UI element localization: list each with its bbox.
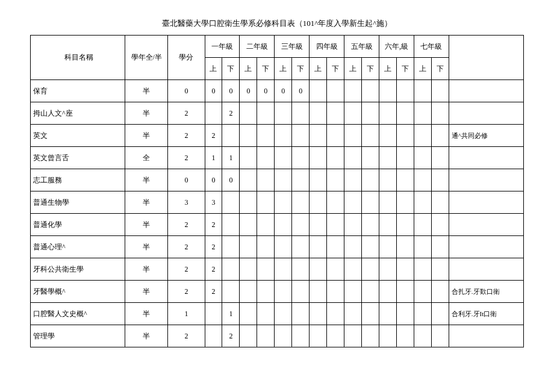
cell-grade	[431, 125, 449, 147]
cell-grade	[431, 258, 449, 281]
cell-credit: 2	[168, 236, 205, 258]
cell-grade	[397, 125, 414, 147]
cell-grade	[431, 325, 449, 347]
cell-grade	[222, 214, 240, 236]
cell-fullhalf: 半	[125, 303, 168, 325]
cell-grade	[275, 303, 292, 325]
cell-grade	[275, 147, 292, 169]
cell-grade	[257, 125, 275, 147]
cell-grade	[379, 236, 397, 258]
cell-grade	[327, 281, 344, 303]
cell-grade	[310, 281, 327, 303]
cell-grade	[222, 258, 240, 281]
cell-grade	[275, 236, 292, 258]
cell-grade	[240, 281, 257, 303]
th-year2: 二年級	[240, 36, 275, 58]
cell-grade	[240, 125, 257, 147]
table-row: 牙醫學概^半22合扎牙.牙歎口衛	[31, 281, 524, 303]
cell-grade	[344, 236, 362, 258]
cell-credit: 3	[168, 191, 205, 214]
cell-fullhalf: 半	[125, 102, 168, 125]
cell-grade	[275, 125, 292, 147]
cell-grade	[397, 236, 414, 258]
cell-grade	[292, 236, 310, 258]
cell-grade	[414, 236, 431, 258]
cell-grade	[431, 80, 449, 102]
cell-grade	[327, 325, 344, 347]
cell-grade	[379, 125, 397, 147]
cell-grade	[310, 80, 327, 102]
cell-fullhalf: 半	[125, 125, 168, 147]
table-row: 管理學半22	[31, 325, 524, 347]
cell-grade	[397, 191, 414, 214]
cell-fullhalf: 半	[125, 80, 168, 102]
th-down: 下	[222, 58, 240, 80]
cell-subject: 志工服務	[31, 169, 125, 191]
cell-grade	[379, 169, 397, 191]
cell-subject: 牙科公共衛生學	[31, 258, 125, 281]
table-row: 拇山人文^座半22	[31, 102, 524, 125]
th-up: 上	[205, 58, 222, 80]
cell-grade	[222, 125, 240, 147]
cell-grade	[292, 169, 310, 191]
cell-grade	[327, 258, 344, 281]
cell-note	[449, 236, 523, 258]
table-row: 普通化學半22	[31, 214, 524, 236]
cell-grade: 0	[222, 169, 240, 191]
cell-grade: 2	[205, 258, 222, 281]
cell-grade: 0	[240, 80, 257, 102]
cell-subject: 拇山人文^座	[31, 102, 125, 125]
cell-grade	[379, 325, 397, 347]
cell-note	[449, 147, 523, 169]
cell-grade	[414, 303, 431, 325]
cell-grade	[240, 191, 257, 214]
cell-note	[449, 169, 523, 191]
table-row: 普通生物學半33	[31, 191, 524, 214]
cell-grade	[414, 281, 431, 303]
cell-grade	[240, 147, 257, 169]
cell-grade	[257, 102, 275, 125]
cell-grade: 0	[257, 80, 275, 102]
cell-grade: 2	[222, 102, 240, 125]
cell-grade	[344, 258, 362, 281]
th-down: 下	[397, 58, 414, 80]
cell-grade	[397, 214, 414, 236]
cell-grade: 2	[222, 325, 240, 347]
cell-note: 合利牙.牙It口衛	[449, 303, 523, 325]
cell-fullhalf: 半	[125, 258, 168, 281]
cell-grade	[205, 102, 222, 125]
cell-note	[449, 191, 523, 214]
cell-grade: 0	[292, 80, 310, 102]
th-down: 下	[292, 58, 310, 80]
table-row: 普通心理^半22	[31, 236, 524, 258]
cell-grade	[362, 169, 379, 191]
cell-fullhalf: 半	[125, 281, 168, 303]
cell-grade	[310, 325, 327, 347]
cell-grade	[327, 236, 344, 258]
cell-grade	[414, 125, 431, 147]
cell-grade	[344, 281, 362, 303]
cell-grade	[310, 236, 327, 258]
cell-grade: 1	[222, 147, 240, 169]
cell-grade	[431, 303, 449, 325]
cell-grade	[344, 147, 362, 169]
table-row: 牙科公共衛生學半22	[31, 258, 524, 281]
th-down: 下	[431, 58, 449, 80]
cell-grade	[344, 102, 362, 125]
cell-grade	[379, 102, 397, 125]
table-row: 保育半0000000	[31, 80, 524, 102]
cell-grade	[362, 102, 379, 125]
cell-grade	[292, 102, 310, 125]
cell-credit: 1	[168, 303, 205, 325]
cell-fullhalf: 全	[125, 147, 168, 169]
cell-note	[449, 325, 523, 347]
cell-subject: 管理學	[31, 325, 125, 347]
page-title: 臺北醫藥大學口腔衛生學系必修科目表（101^年度入學新生起^施）	[30, 18, 524, 29]
cell-grade	[292, 325, 310, 347]
cell-fullhalf: 半	[125, 236, 168, 258]
table-row: 英文半22通^共同必修	[31, 125, 524, 147]
cell-grade	[292, 281, 310, 303]
cell-grade	[205, 325, 222, 347]
th-year3: 三年級	[275, 36, 310, 58]
th-down: 下	[257, 58, 275, 80]
